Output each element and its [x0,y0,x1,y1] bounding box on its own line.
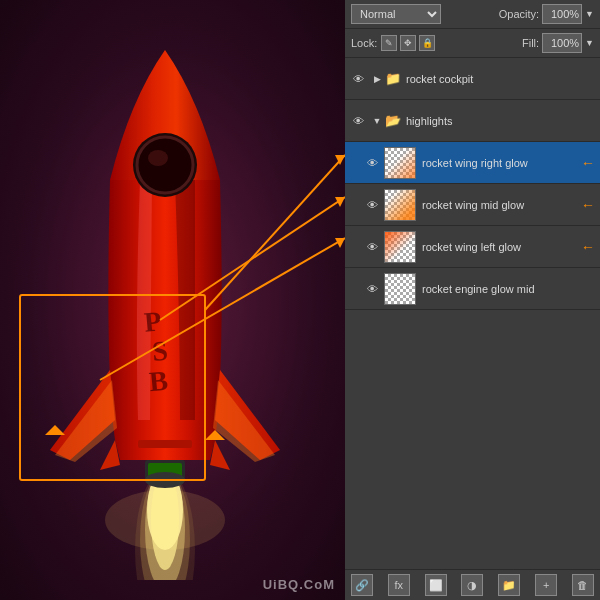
mask-btn[interactable]: ⬜ [425,574,447,596]
opacity-group: Opacity: ▼ [499,4,594,24]
svg-marker-26 [45,425,65,435]
svg-marker-27 [205,430,225,440]
svg-line-20 [205,155,345,310]
main-container: P S B [0,0,600,600]
opacity-input[interactable] [542,4,582,24]
thumbnail-wing-right [384,147,416,179]
svg-line-22 [160,197,345,320]
layer-item-wing-mid[interactable]: 👁 rocket wing mid glow ← [345,184,600,226]
visibility-btn-engine-glow[interactable]: 👁 [363,280,381,298]
fill-label: Fill: [522,37,539,49]
folder-icon-cockpit: 📁 [384,70,402,88]
visibility-btn-wing-mid[interactable]: 👁 [363,196,381,214]
layer-item-engine-glow[interactable]: 👁 rocket engine glow mid [345,268,600,310]
layers-panel: Normal Opacity: ▼ Lock: ✎ ✥ 🔒 Fill: ▼ [345,0,600,600]
visibility-btn-wing-left[interactable]: 👁 [363,238,381,256]
svg-rect-19 [20,295,205,480]
fill-input[interactable] [542,33,582,53]
arrow-wing-mid: ← [580,197,596,213]
layer-item-rocket-cockpit[interactable]: 👁 ▶ 📁 rocket cockpit [345,58,600,100]
thumbnail-wing-mid [384,189,416,221]
delete-layer-btn[interactable]: 🗑 [572,574,594,596]
watermark: UiBQ.CoM [263,577,335,592]
lock-row: Lock: ✎ ✥ 🔒 Fill: ▼ [345,29,600,58]
adjustment-btn[interactable]: ◑ [461,574,483,596]
blend-mode-select[interactable]: Normal [351,4,441,24]
opacity-label: Opacity: [499,8,539,20]
arrow-wing-left: ← [580,239,596,255]
lock-all-btn[interactable]: 🔒 [419,35,435,51]
opacity-arrow[interactable]: ▼ [585,9,594,19]
expand-btn-cockpit[interactable]: ▶ [370,72,384,86]
fill-group: Fill: ▼ [522,33,594,53]
layer-name-highlights: highlights [406,115,596,127]
svg-line-24 [100,238,345,380]
new-layer-btn[interactable]: + [535,574,557,596]
layer-name-wing-right: rocket wing right glow [422,157,596,169]
new-group-btn[interactable]: 📁 [498,574,520,596]
layer-list[interactable]: 👁 ▶ 📁 rocket cockpit 👁 ▼ 📂 highlights 👁 [345,58,600,569]
layer-item-wing-left[interactable]: 👁 rocket wing left glow ← [345,226,600,268]
lock-position-btn[interactable]: ✥ [400,35,416,51]
arrow-wing-right: ← [580,155,596,171]
panel-topbar: Normal Opacity: ▼ [345,0,600,29]
visibility-btn-cockpit[interactable]: 👁 [349,70,367,88]
layer-name-wing-mid: rocket wing mid glow [422,199,596,211]
visibility-btn-highlights[interactable]: 👁 [349,112,367,130]
layer-name-wing-left: rocket wing left glow [422,241,596,253]
lock-pixel-btn[interactable]: ✎ [381,35,397,51]
layer-item-wing-right[interactable]: 👁 rocket wing right glow ← [345,142,600,184]
thumbnail-engine-glow [384,273,416,305]
layer-name-engine-glow: rocket engine glow mid [422,283,596,295]
expand-btn-highlights[interactable]: ▼ [370,114,384,128]
folder-icon-highlights: 📂 [384,112,402,130]
fill-arrow[interactable]: ▼ [585,38,594,48]
thumbnail-wing-left [384,231,416,263]
lock-label: Lock: [351,37,377,49]
link-layers-btn[interactable]: 🔗 [351,574,373,596]
annotation-overlay [0,0,345,600]
lock-icons: ✎ ✥ 🔒 [381,35,435,51]
layer-item-highlights[interactable]: 👁 ▼ 📂 highlights [345,100,600,142]
fx-btn[interactable]: fx [388,574,410,596]
layer-name-cockpit: rocket cockpit [406,73,596,85]
canvas-area: P S B [0,0,345,600]
panel-bottom: 🔗 fx ⬜ ◑ 📁 + 🗑 [345,569,600,600]
visibility-btn-wing-right[interactable]: 👁 [363,154,381,172]
